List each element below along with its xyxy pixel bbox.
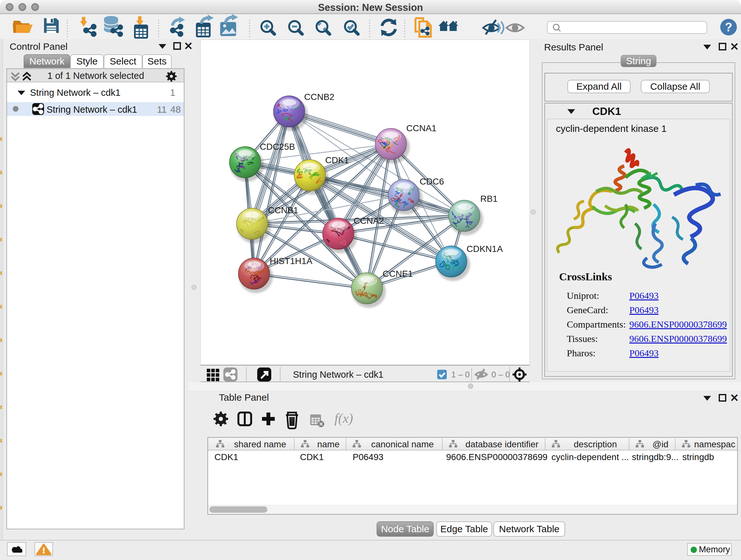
svg-text:f(x): f(x) xyxy=(334,411,353,426)
svg-text:CCNA2: CCNA2 xyxy=(354,216,384,226)
svg-text:CDKN1A: CDKN1A xyxy=(467,244,503,254)
svg-text:CDC25B: CDC25B xyxy=(260,142,295,152)
svg-text:CCNE1: CCNE1 xyxy=(383,269,413,279)
svg-text:CCNA1: CCNA1 xyxy=(406,123,436,133)
svg-text:0 – 0: 0 – 0 xyxy=(491,370,510,379)
svg-text:CCNB1: CCNB1 xyxy=(268,205,298,215)
svg-text:CDK1: CDK1 xyxy=(325,155,349,165)
svg-text:CDC6: CDC6 xyxy=(420,177,444,186)
svg-text:RB1: RB1 xyxy=(480,194,497,204)
svg-text:HIST1H1A: HIST1H1A xyxy=(270,256,313,266)
svg-text:String Network – cdk1: String Network – cdk1 xyxy=(293,369,384,380)
svg-text:CCNB2: CCNB2 xyxy=(304,92,334,102)
svg-text:1 – 0: 1 – 0 xyxy=(451,370,470,379)
